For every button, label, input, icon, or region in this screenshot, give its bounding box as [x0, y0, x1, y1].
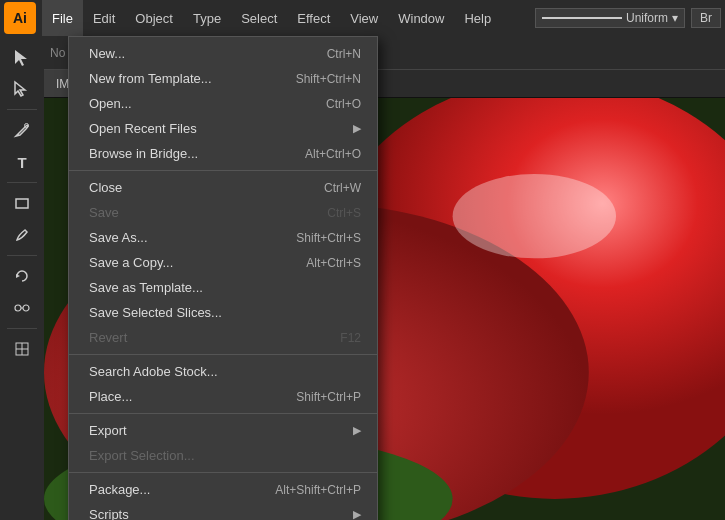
- svg-point-5: [15, 305, 21, 311]
- menu-file[interactable]: File: [42, 0, 83, 36]
- menu-file-browse-shortcut: Alt+Ctrl+O: [305, 147, 361, 161]
- menu-file-open-shortcut: Ctrl+O: [326, 97, 361, 111]
- menu-file-new-label: New...: [89, 46, 125, 61]
- menu-file-save-as[interactable]: Save As...Shift+Ctrl+S: [69, 225, 377, 250]
- menu-file-save-template[interactable]: Save as Template...: [69, 275, 377, 300]
- mesh-tool-button[interactable]: [5, 334, 39, 364]
- menu-file-place-label: Place...: [89, 389, 132, 404]
- menu-file-save-slices-label: Save Selected Slices...: [89, 305, 222, 320]
- menu-file-new-template-label: New from Template...: [89, 71, 212, 86]
- menu-file-save-shortcut: Ctrl+S: [327, 206, 361, 220]
- menu-file-export-selection: Export Selection...: [69, 443, 377, 468]
- menu-file-open-recent-label: Open Recent Files: [89, 121, 197, 136]
- file-dropdown-menu: New...Ctrl+NNew from Template...Shift+Ct…: [68, 36, 378, 520]
- uniform-label: Uniform: [626, 11, 668, 25]
- menu-help[interactable]: Help: [454, 0, 501, 36]
- menu-file-new-template-shortcut: Shift+Ctrl+N: [296, 72, 361, 86]
- menu-file-revert-shortcut: F12: [340, 331, 361, 345]
- menu-type[interactable]: Type: [183, 0, 231, 36]
- uniform-line-icon: [542, 17, 622, 19]
- svg-point-14: [453, 174, 616, 258]
- menu-file-export-arrow-icon: ▶: [353, 424, 361, 437]
- menu-bar-right: Uniform ▾ Br: [535, 8, 721, 28]
- left-toolbar: T: [0, 36, 44, 520]
- menu-file-new-template[interactable]: New from Template...Shift+Ctrl+N: [69, 66, 377, 91]
- menu-file-open-recent-arrow-icon: ▶: [353, 122, 361, 135]
- uniform-dropdown[interactable]: Uniform ▾: [535, 8, 685, 28]
- menu-file-open-recent[interactable]: Open Recent Files▶: [69, 116, 377, 141]
- toolbar-divider-1: [7, 109, 37, 110]
- uniform-chevron-icon: ▾: [672, 11, 678, 25]
- menu-file-revert-label: Revert: [89, 330, 127, 345]
- svg-point-6: [23, 305, 29, 311]
- menu-file-search-stock-label: Search Adobe Stock...: [89, 364, 218, 379]
- menu-select[interactable]: Select: [231, 0, 287, 36]
- menu-separator-13: [69, 354, 377, 355]
- menu-file-package-shortcut: Alt+Shift+Ctrl+P: [275, 483, 361, 497]
- menu-separator-16: [69, 413, 377, 414]
- selection-tool-button[interactable]: [5, 42, 39, 72]
- menu-file-export-label: Export: [89, 423, 127, 438]
- pen-tool-button[interactable]: [5, 115, 39, 145]
- menu-file-close-shortcut: Ctrl+W: [324, 181, 361, 195]
- menu-file-save-template-label: Save as Template...: [89, 280, 203, 295]
- menu-file-open-label: Open...: [89, 96, 132, 111]
- menu-file-browse[interactable]: Browse in Bridge...Alt+Ctrl+O: [69, 141, 377, 166]
- menu-file-new-shortcut: Ctrl+N: [327, 47, 361, 61]
- menu-file-save: SaveCtrl+S: [69, 200, 377, 225]
- menu-file-browse-label: Browse in Bridge...: [89, 146, 198, 161]
- menu-file-place-shortcut: Shift+Ctrl+P: [296, 390, 361, 404]
- menu-file-scripts-label: Scripts: [89, 507, 129, 520]
- menu-file-save-copy-label: Save a Copy...: [89, 255, 173, 270]
- menu-file-save-copy-shortcut: Alt+Ctrl+S: [306, 256, 361, 270]
- toolbar-divider-2: [7, 182, 37, 183]
- rectangle-tool-button[interactable]: [5, 188, 39, 218]
- menu-file-revert: RevertF12: [69, 325, 377, 350]
- menu-file-close[interactable]: CloseCtrl+W: [69, 175, 377, 200]
- menu-file-open[interactable]: Open...Ctrl+O: [69, 91, 377, 116]
- menu-file-scripts-arrow-icon: ▶: [353, 508, 361, 520]
- direct-select-tool-button[interactable]: [5, 74, 39, 104]
- pencil-tool-button[interactable]: [5, 220, 39, 250]
- svg-marker-0: [15, 50, 27, 66]
- menu-file-save-as-shortcut: Shift+Ctrl+S: [296, 231, 361, 245]
- menu-file-export[interactable]: Export▶: [69, 418, 377, 443]
- menu-file-place[interactable]: Place...Shift+Ctrl+P: [69, 384, 377, 409]
- menu-object[interactable]: Object: [125, 0, 183, 36]
- blend-tool-button[interactable]: [5, 293, 39, 323]
- menu-file-scripts[interactable]: Scripts▶: [69, 502, 377, 520]
- menu-file-save-label: Save: [89, 205, 119, 220]
- menu-file-new[interactable]: New...Ctrl+N: [69, 41, 377, 66]
- toolbar-divider-3: [7, 255, 37, 256]
- menu-file-save-as-label: Save As...: [89, 230, 148, 245]
- menu-bar: Ai File Edit Object Type Select Effect V…: [0, 0, 725, 36]
- bridge-button[interactable]: Br: [691, 8, 721, 28]
- type-tool-button[interactable]: T: [5, 147, 39, 177]
- svg-marker-1: [15, 82, 25, 96]
- svg-marker-4: [16, 274, 20, 278]
- menu-file-search-stock[interactable]: Search Adobe Stock...: [69, 359, 377, 384]
- menu-edit[interactable]: Edit: [83, 0, 125, 36]
- menu-file-package[interactable]: Package...Alt+Shift+Ctrl+P: [69, 477, 377, 502]
- menu-file-package-label: Package...: [89, 482, 150, 497]
- menu-separator-19: [69, 472, 377, 473]
- app-logo: Ai: [4, 2, 36, 34]
- menu-view[interactable]: View: [340, 0, 388, 36]
- menu-file-close-label: Close: [89, 180, 122, 195]
- rotate-tool-button[interactable]: [5, 261, 39, 291]
- menu-file-save-slices[interactable]: Save Selected Slices...: [69, 300, 377, 325]
- menu-separator-5: [69, 170, 377, 171]
- menu-file-export-selection-label: Export Selection...: [89, 448, 195, 463]
- menu-file-save-copy[interactable]: Save a Copy...Alt+Ctrl+S: [69, 250, 377, 275]
- menu-window[interactable]: Window: [388, 0, 454, 36]
- toolbar-divider-4: [7, 328, 37, 329]
- svg-rect-3: [16, 199, 28, 208]
- menu-effect[interactable]: Effect: [287, 0, 340, 36]
